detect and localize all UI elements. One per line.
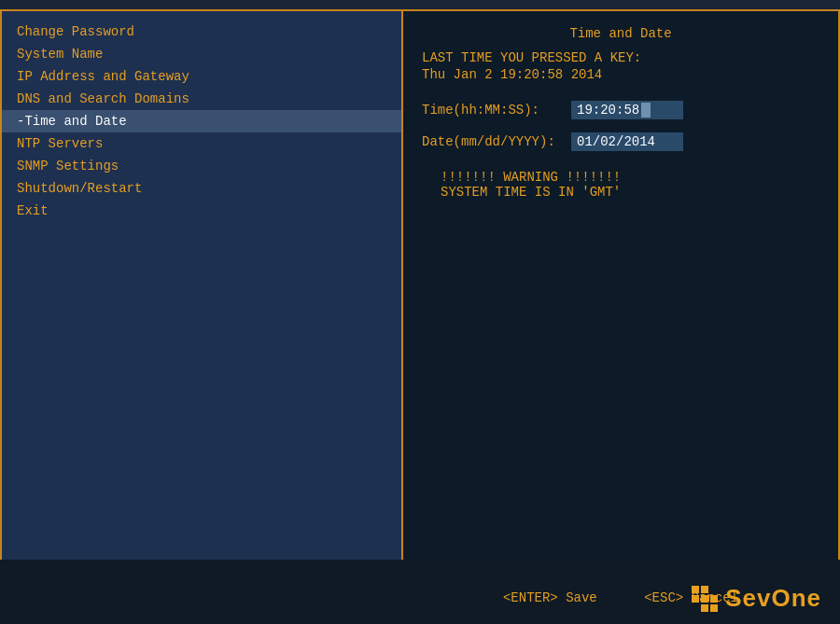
sidebar-item-snmp-settings[interactable]: SNMP Settings [2,155,401,177]
sidebar-item-ntp-servers[interactable]: NTP Servers [2,132,401,155]
sidebar-item-system-name[interactable]: System Name [2,43,401,65]
warning-block: !!!!!!! WARNING !!!!!!! SYSTEM TIME IS I… [422,170,819,200]
cursor-indicator [641,103,651,118]
time-field-row: Time(hh:MM:SS): 19:20:58 [422,101,819,119]
dot-1 [692,586,699,593]
sevone-brand-text: SevOne [725,584,821,613]
dot-8 [701,604,708,612]
time-label: Time(hh:MM:SS): [422,103,571,118]
right-content-panel: Time and Date LAST TIME YOU PRESSED A KE… [403,11,838,567]
left-menu-panel: Change Password System Name IP Address a… [2,11,403,567]
dot-5 [701,595,708,603]
dot-7 [692,604,699,612]
sevone-grid-icon [692,586,718,612]
dot-9 [710,604,718,612]
sidebar-item-ip-address[interactable]: IP Address and Gateway [2,65,401,88]
last-key-value: Thu Jan 2 19:20:58 2014 [422,67,819,82]
date-field-row: Date(mm/dd/YYYY): 01/02/2014 [422,132,819,151]
bottom-bar: <ENTER> Save <ESC> Cancel SevOne [0,560,840,624]
sidebar-item-change-password[interactable]: Change Password [2,21,401,43]
enter-save-label[interactable]: <ENTER> Save [503,590,597,605]
last-key-label: LAST TIME YOU PRESSED A KEY: [422,50,819,65]
date-input[interactable]: 01/02/2014 [571,132,683,151]
sidebar-item-shutdown-restart[interactable]: Shutdown/Restart [2,177,401,200]
panel-title: Time and Date [422,26,819,41]
sidebar-item-dns-search[interactable]: DNS and Search Domains [2,88,401,110]
dot-6 [710,595,718,603]
dot-2 [701,586,708,593]
dot-3 [710,586,718,593]
dot-4 [692,595,699,603]
time-input[interactable]: 19:20:58 [571,101,683,119]
sidebar-item-time-date[interactable]: Time and Date [2,110,401,132]
sidebar-item-exit[interactable]: Exit [2,200,401,222]
sevone-logo: SevOne [692,584,821,613]
warning-line1: !!!!!!! WARNING !!!!!!! [441,170,819,185]
date-label: Date(mm/dd/YYYY): [422,134,571,149]
warning-line2: SYSTEM TIME IS IN 'GMT' [441,185,819,200]
